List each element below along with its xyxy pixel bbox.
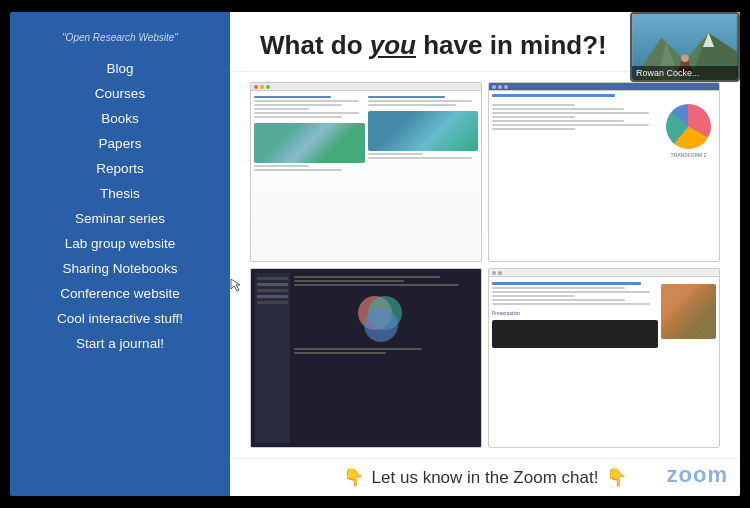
thumb-bottom-left bbox=[250, 268, 482, 448]
sidebar-item-blog: Blog bbox=[57, 57, 183, 82]
camera-overlay: Rowan Cocke... bbox=[630, 12, 740, 82]
sidebar-item-thesis: Thesis bbox=[57, 182, 183, 207]
slide-title-em: you bbox=[370, 30, 416, 60]
sidebar-item-books: Books bbox=[57, 107, 183, 132]
thumb-top-left bbox=[250, 82, 482, 262]
sidebar-item-courses: Courses bbox=[57, 82, 183, 107]
sidebar-list: Blog Courses Books Papers Reports Thesis… bbox=[57, 57, 183, 357]
sidebar-item-interactive: Cool interactive stuff! bbox=[57, 307, 183, 332]
footer-text: Let us know in the Zoom chat! bbox=[372, 468, 599, 488]
sidebar-item-seminar: Seminar series bbox=[57, 207, 183, 232]
slide-title-suffix: have in mind?! bbox=[416, 30, 607, 60]
footer-right-emoji: 👇 bbox=[606, 467, 627, 488]
slide-title-prefix: What do bbox=[260, 30, 370, 60]
camera-name-label: Rowan Cocke... bbox=[632, 66, 738, 80]
svg-point-7 bbox=[681, 55, 689, 63]
main-content: "Open Research Website" Blog Courses Boo… bbox=[10, 12, 740, 496]
slide-area: What do you have in mind?! bbox=[230, 12, 740, 496]
sidebar-item-journal: Start a journal! bbox=[57, 332, 183, 357]
zoom-logo: zoom bbox=[667, 462, 728, 488]
sidebar-item-conference: Conference website bbox=[57, 282, 183, 307]
sidebar-item-notebooks: Sharing Notebooks bbox=[57, 257, 183, 282]
screenshots-grid: TRANSFORM 2 bbox=[230, 72, 740, 458]
sidebar-item-lab: Lab group website bbox=[57, 232, 183, 257]
sidebar-item-papers: Papers bbox=[57, 132, 183, 157]
thumb-top-right: TRANSFORM 2 bbox=[488, 82, 720, 262]
sidebar-item-reports: Reports bbox=[57, 157, 183, 182]
thumb-bottom-right: Presentation bbox=[488, 268, 720, 448]
footer-left-emoji: 👇 bbox=[343, 467, 364, 488]
sidebar: "Open Research Website" Blog Courses Boo… bbox=[10, 12, 230, 496]
sidebar-subtitle: "Open Research Website" bbox=[62, 32, 178, 43]
slide-footer: 👇 Let us know in the Zoom chat! 👇 bbox=[230, 458, 740, 496]
screen-container: "Open Research Website" Blog Courses Boo… bbox=[0, 0, 750, 508]
